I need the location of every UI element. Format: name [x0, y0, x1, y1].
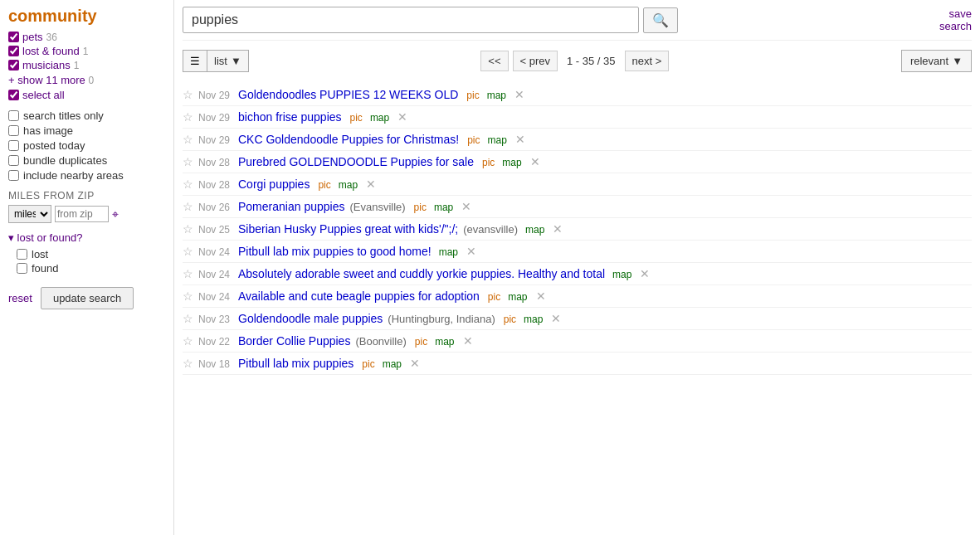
map-tag[interactable]: map	[525, 224, 544, 236]
remove-button[interactable]: ✕	[410, 357, 420, 370]
map-tag[interactable]: map	[383, 358, 402, 370]
listing-title[interactable]: Purebred GOLDENDOODLE Puppies for sale	[238, 155, 474, 168]
prev-page-button[interactable]: < prev	[513, 51, 558, 71]
found-checkbox[interactable]	[17, 263, 27, 274]
remove-button[interactable]: ✕	[530, 155, 540, 168]
pic-tag[interactable]: pic	[362, 358, 374, 370]
star-icon[interactable]: ☆	[183, 178, 193, 191]
pic-tag[interactable]: pic	[482, 157, 495, 168]
filter-label-bundle-duplicates[interactable]: bundle duplicates	[23, 154, 107, 167]
pic-tag[interactable]: pic	[466, 90, 479, 101]
listing-title[interactable]: bichon frise puppies	[238, 110, 342, 124]
sort-dropdown[interactable]: relevant ▼	[901, 50, 972, 72]
remove-button[interactable]: ✕	[536, 289, 546, 303]
filter-checkbox-has-image[interactable]	[8, 125, 19, 136]
select-all-checkbox[interactable]	[8, 90, 19, 100]
map-tag[interactable]: map	[502, 157, 521, 168]
list-icon-button[interactable]: ☰	[183, 50, 207, 72]
star-icon[interactable]: ☆	[183, 312, 193, 325]
listing-title[interactable]: Goldendoodle male puppies	[238, 312, 383, 325]
pic-tag[interactable]: pic	[350, 112, 363, 124]
found-label[interactable]: found	[32, 262, 59, 275]
star-icon[interactable]: ☆	[183, 245, 193, 258]
filter-label-has-image[interactable]: has image	[23, 124, 73, 137]
miles-select[interactable]: miles 2 5 10 20 30 50 100	[8, 205, 51, 223]
map-tag[interactable]: map	[435, 336, 454, 348]
pic-tag[interactable]: pic	[504, 314, 516, 325]
listing-title[interactable]: Corgi puppies	[238, 178, 310, 191]
star-icon[interactable]: ☆	[183, 200, 193, 213]
reset-button[interactable]: reset	[8, 292, 32, 304]
listing-title[interactable]: Pitbull lab mix puppies	[238, 357, 353, 370]
listing-title[interactable]: CKC Goldendoodle Puppies for Christmas!	[238, 133, 459, 146]
location-icon[interactable]: ⌖	[112, 207, 119, 221]
next-page-button[interactable]: next >	[625, 51, 670, 71]
remove-button[interactable]: ✕	[397, 110, 407, 124]
lost-found-toggle[interactable]: ▾ lost or found?	[8, 231, 165, 244]
category-link-musicians[interactable]: musicians	[22, 59, 71, 71]
filter-checkbox-bundle-duplicates[interactable]	[8, 155, 19, 166]
listing-title[interactable]: Siberian Husky Puppies great with kids'/…	[238, 222, 458, 236]
star-icon[interactable]: ☆	[183, 133, 193, 146]
remove-button[interactable]: ✕	[366, 178, 376, 191]
star-icon[interactable]: ☆	[183, 334, 193, 348]
pic-tag[interactable]: pic	[415, 336, 427, 348]
map-tag[interactable]: map	[508, 291, 527, 303]
remove-button[interactable]: ✕	[514, 88, 524, 101]
category-checkbox-pets[interactable]	[8, 32, 19, 42]
search-button[interactable]: 🔍	[643, 7, 678, 33]
listing-title[interactable]: Pitbull lab mix puppies to good home!	[238, 245, 431, 258]
remove-button[interactable]: ✕	[463, 334, 473, 348]
map-tag[interactable]: map	[487, 90, 506, 101]
lost-label[interactable]: lost	[32, 248, 48, 260]
map-tag[interactable]: map	[434, 202, 453, 213]
map-tag[interactable]: map	[339, 179, 358, 191]
filter-checkbox-posted-today[interactable]	[8, 140, 19, 151]
category-link-lost-found[interactable]: lost & found	[22, 45, 80, 57]
map-tag[interactable]: map	[439, 246, 458, 258]
filter-label-titles-only[interactable]: search titles only	[23, 109, 104, 122]
filter-checkbox-titles-only[interactable]	[8, 110, 19, 121]
remove-button[interactable]: ✕	[461, 200, 471, 213]
remove-button[interactable]: ✕	[515, 133, 525, 146]
filter-label-nearby[interactable]: include nearby areas	[23, 169, 124, 182]
star-icon[interactable]: ☆	[183, 110, 193, 124]
star-icon[interactable]: ☆	[183, 357, 193, 370]
remove-button[interactable]: ✕	[553, 222, 563, 236]
update-search-button[interactable]: update search	[41, 287, 134, 309]
pic-tag[interactable]: pic	[318, 179, 330, 191]
category-link-pets[interactable]: pets	[22, 31, 43, 43]
lost-checkbox[interactable]	[17, 249, 27, 260]
first-page-button[interactable]: <<	[480, 51, 508, 71]
remove-button[interactable]: ✕	[640, 267, 650, 280]
select-all-label[interactable]: select all	[22, 89, 65, 101]
pic-tag[interactable]: pic	[467, 134, 480, 146]
listing-title[interactable]: Goldendoodles PUPPIES 12 WEEKS OLD	[238, 88, 458, 101]
map-tag[interactable]: map	[524, 314, 543, 325]
listing-title[interactable]: Absolutely adorable sweet and cuddly yor…	[238, 267, 605, 280]
category-checkbox-musicians[interactable]	[8, 60, 19, 71]
category-checkbox-lost-found[interactable]	[8, 46, 19, 56]
star-icon[interactable]: ☆	[183, 222, 193, 236]
view-dropdown[interactable]: list ▼	[207, 50, 249, 72]
save-search-button[interactable]: save search	[939, 7, 972, 32]
map-tag[interactable]: map	[612, 269, 631, 280]
star-icon[interactable]: ☆	[183, 88, 193, 101]
filter-label-posted-today[interactable]: posted today	[23, 139, 85, 152]
zip-input[interactable]	[55, 206, 109, 222]
listing-title[interactable]: Available and cute beagle puppies for ad…	[238, 289, 480, 303]
remove-button[interactable]: ✕	[551, 312, 561, 325]
star-icon[interactable]: ☆	[183, 267, 193, 280]
search-input[interactable]	[183, 7, 639, 33]
pic-tag[interactable]: pic	[414, 202, 427, 213]
filter-checkbox-nearby[interactable]	[8, 170, 19, 181]
pic-tag[interactable]: pic	[488, 291, 500, 303]
listing-title[interactable]: Border Collie Puppies	[238, 334, 350, 348]
remove-button[interactable]: ✕	[466, 245, 476, 258]
show-more-link[interactable]: + show 11 more 0	[8, 74, 165, 86]
star-icon[interactable]: ☆	[183, 155, 193, 168]
star-icon[interactable]: ☆	[183, 289, 193, 303]
map-tag[interactable]: map	[370, 112, 389, 124]
map-tag[interactable]: map	[487, 134, 506, 146]
listing-title[interactable]: Pomeranian puppies	[238, 200, 344, 213]
